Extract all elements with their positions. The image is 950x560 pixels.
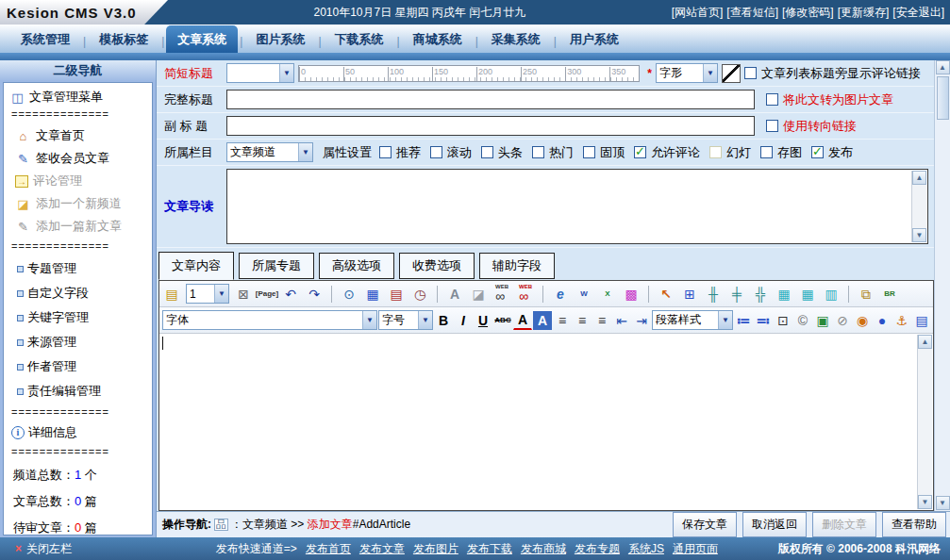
- align-center-icon[interactable]: ≡: [573, 311, 592, 330]
- scroll-down-icon[interactable]: ▼: [918, 495, 932, 509]
- sidebar-sub-item-6[interactable]: 责任编辑管理: [9, 379, 148, 404]
- action-button-4[interactable]: 查看帮助: [882, 512, 946, 537]
- nav-tab-2[interactable]: 模板标签: [88, 25, 159, 53]
- footer-link-4[interactable]: 发布下载: [467, 541, 512, 557]
- font-family-select[interactable]: 字体▼: [162, 310, 377, 330]
- font-dialog-icon[interactable]: A: [445, 285, 464, 304]
- top-link-3[interactable]: [修改密码]: [782, 5, 834, 21]
- insert-time-icon[interactable]: ◷: [410, 285, 429, 304]
- intro-textarea[interactable]: ▲ ▼: [226, 169, 928, 244]
- line-style-icon[interactable]: [722, 64, 741, 83]
- nav-tab-3[interactable]: 文章系统: [166, 25, 238, 53]
- scrollbar-thumb[interactable]: [937, 76, 949, 120]
- footer-link-5[interactable]: 发布商城: [521, 541, 566, 557]
- paste-word-icon[interactable]: W: [575, 285, 593, 304]
- align-left-icon[interactable]: ≡: [553, 311, 572, 330]
- sidebar-item-1[interactable]: ⌂文章首页: [9, 124, 148, 147]
- sidebar-sub-item-2[interactable]: 自定义字段: [9, 281, 148, 305]
- table-grid-icon[interactable]: ▦: [363, 285, 382, 304]
- attr-checkbox-允许评论[interactable]: [634, 146, 646, 158]
- subtitle-input[interactable]: [226, 116, 755, 136]
- attr-checkbox-固顶[interactable]: [583, 146, 595, 158]
- new-page-icon[interactable]: ▤: [162, 285, 181, 304]
- short-title-select[interactable]: ▼: [226, 63, 294, 83]
- content-tab-4[interactable]: 收费选项: [399, 253, 475, 279]
- nav-tab-4[interactable]: 图片系统: [244, 25, 316, 53]
- insert-row-icon[interactable]: ╪: [727, 285, 746, 304]
- align-right-icon[interactable]: ≡: [592, 311, 611, 330]
- redirect-checkbox[interactable]: [766, 120, 778, 132]
- close-left-panel-button[interactable]: ×关闭左栏: [0, 541, 156, 557]
- table-props-icon[interactable]: ▥: [822, 285, 841, 304]
- footer-link-3[interactable]: 发布图片: [413, 541, 458, 557]
- action-button-1[interactable]: 保存文章: [673, 512, 737, 537]
- editor-scrollbar[interactable]: ▲ ▼: [917, 335, 932, 509]
- attr-checkbox-存图[interactable]: [760, 146, 773, 158]
- top-link-1[interactable]: [网站首页]: [672, 5, 724, 21]
- redo-icon[interactable]: ↷: [305, 285, 324, 304]
- attr-checkbox-头条[interactable]: [481, 146, 493, 158]
- br-tag-icon[interactable]: BR: [880, 285, 899, 304]
- top-link-5[interactable]: [安全退出]: [892, 5, 944, 21]
- sidebar-sub-item-4[interactable]: 来源管理: [9, 330, 148, 354]
- split-cell-icon[interactable]: ╬: [751, 285, 770, 304]
- media-icon[interactable]: ◉: [853, 311, 872, 330]
- scroll-up-icon[interactable]: ▲: [936, 60, 950, 74]
- font-color-icon[interactable]: A: [513, 311, 532, 330]
- intro-scrollbar[interactable]: ▲ ▼: [911, 171, 926, 242]
- nav-tab-6[interactable]: 商城系统: [402, 25, 474, 53]
- insert-template-icon[interactable]: ▩: [622, 285, 641, 304]
- nav-tab-8[interactable]: 用户系统: [558, 25, 630, 53]
- nav-tab-5[interactable]: 下载系统: [324, 25, 395, 53]
- sidebar-sub-item-5[interactable]: 作者管理: [9, 354, 148, 379]
- indent-icon[interactable]: ⇥: [632, 311, 651, 330]
- undo-icon[interactable]: ↶: [281, 285, 300, 304]
- html-source-icon[interactable]: e: [551, 285, 570, 304]
- content-tab-3[interactable]: 高级选项: [319, 253, 394, 279]
- table-fill-icon[interactable]: ▦: [798, 285, 817, 304]
- comment-icon[interactable]: ●: [873, 311, 892, 330]
- paste-excel-icon[interactable]: X: [598, 285, 617, 304]
- insert-column-icon[interactable]: ╫: [704, 285, 723, 304]
- attr-checkbox-滚动[interactable]: [430, 146, 442, 158]
- add-article-link[interactable]: 添加文章: [308, 518, 353, 531]
- outdent-icon[interactable]: ⇤: [612, 311, 631, 330]
- web-unlink-icon[interactable]: WEB∞: [516, 285, 535, 304]
- attr-checkbox-发布[interactable]: [811, 146, 824, 158]
- underline-icon[interactable]: U: [474, 311, 492, 330]
- main-scrollbar[interactable]: ▲ ▼: [934, 60, 950, 511]
- top-link-4[interactable]: [更新缓存]: [838, 5, 890, 21]
- comment-link-checkbox[interactable]: [744, 67, 757, 79]
- full-title-input[interactable]: [226, 90, 755, 109]
- bold-icon[interactable]: B: [434, 311, 453, 330]
- page-break-icon[interactable]: [Page]: [258, 285, 276, 304]
- select-object-icon[interactable]: ↖: [657, 285, 675, 304]
- footer-link-8[interactable]: 通用页面: [673, 541, 718, 557]
- action-button-2[interactable]: 取消返回: [742, 512, 807, 537]
- paragraph-style-select[interactable]: 段落样式▼: [652, 310, 733, 330]
- delete-page-icon[interactable]: ⊠: [234, 285, 253, 304]
- footer-link-1[interactable]: 发布首页: [306, 541, 351, 557]
- preview-icon[interactable]: ⊙: [340, 285, 358, 304]
- editor-content[interactable]: ▲ ▼: [159, 334, 933, 510]
- anchor-icon[interactable]: ⚓: [892, 311, 911, 330]
- eraser-icon[interactable]: ◪: [469, 285, 488, 304]
- insert-table-icon[interactable]: ⊞: [680, 285, 699, 304]
- highlight-color-icon[interactable]: A: [533, 311, 552, 330]
- footer-link-6[interactable]: 发布专题: [575, 541, 620, 557]
- font-size-select[interactable]: 字号▼: [378, 310, 433, 330]
- attr-checkbox-热门[interactable]: [532, 146, 544, 158]
- top-link-2[interactable]: [查看短信]: [726, 5, 778, 21]
- flash-icon[interactable]: ⊘: [833, 311, 852, 330]
- form-icon[interactable]: ▤: [912, 311, 931, 330]
- to-image-checkbox[interactable]: [766, 93, 778, 106]
- insert-date-icon[interactable]: ▤: [387, 285, 406, 304]
- web-link-icon[interactable]: WEB∞: [492, 285, 511, 304]
- sidebar-sub-item-1[interactable]: 专题管理: [9, 256, 148, 281]
- copyright-icon[interactable]: ©: [793, 311, 812, 330]
- font-shape-select[interactable]: 字形▼: [656, 63, 718, 83]
- sidebar-sub-item-3[interactable]: 关键字管理: [9, 305, 148, 330]
- image-icon[interactable]: ▣: [813, 311, 832, 330]
- footer-link-7[interactable]: 系统JS: [628, 541, 664, 557]
- category-select[interactable]: 文章频道▼: [226, 142, 313, 162]
